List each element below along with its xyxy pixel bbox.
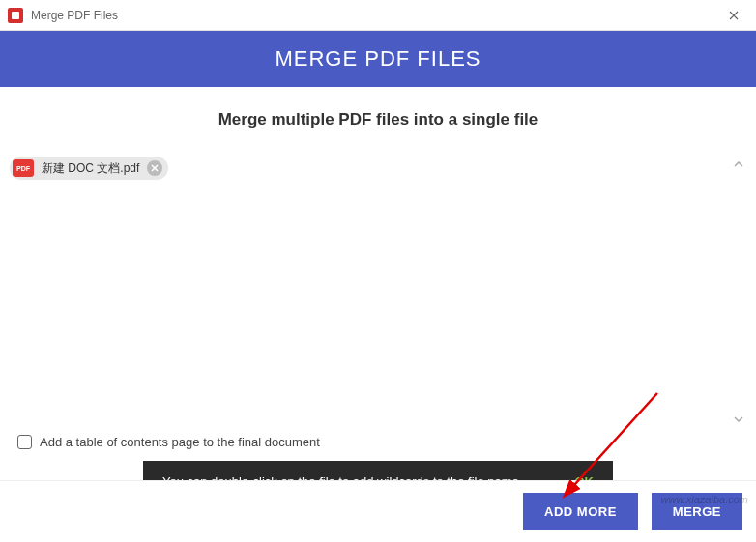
- scroll-down-button[interactable]: [731, 412, 746, 427]
- close-button[interactable]: [712, 0, 756, 31]
- toc-checkbox-row: Add a table of contents page to the fina…: [17, 435, 739, 449]
- remove-file-button[interactable]: [147, 160, 162, 176]
- file-list: PDF 新建 DOC 文档.pdf: [8, 157, 748, 427]
- toc-checkbox-label: Add a table of contents page to the fina…: [40, 435, 320, 449]
- svg-rect-0: [12, 12, 19, 19]
- toc-checkbox[interactable]: [17, 435, 32, 449]
- header-title: MERGE PDF FILES: [275, 46, 480, 71]
- scroll-up-button[interactable]: [731, 157, 746, 172]
- add-more-button[interactable]: ADD MORE: [523, 493, 638, 530]
- titlebar: Merge PDF Files: [0, 0, 756, 31]
- app-icon: [8, 8, 23, 23]
- action-bar: ADD MORE MERGE: [0, 480, 756, 542]
- window-title: Merge PDF Files: [31, 9, 118, 22]
- pdf-icon: PDF: [13, 159, 34, 177]
- file-chip[interactable]: PDF 新建 DOC 文档.pdf: [10, 157, 168, 180]
- merge-button[interactable]: MERGE: [652, 493, 742, 530]
- page-header: MERGE PDF FILES: [0, 31, 756, 87]
- content-area: Merge multiple PDF files into a single f…: [0, 87, 756, 504]
- subtitle: Merge multiple PDF files into a single f…: [8, 110, 748, 129]
- file-name: 新建 DOC 文档.pdf: [42, 160, 139, 177]
